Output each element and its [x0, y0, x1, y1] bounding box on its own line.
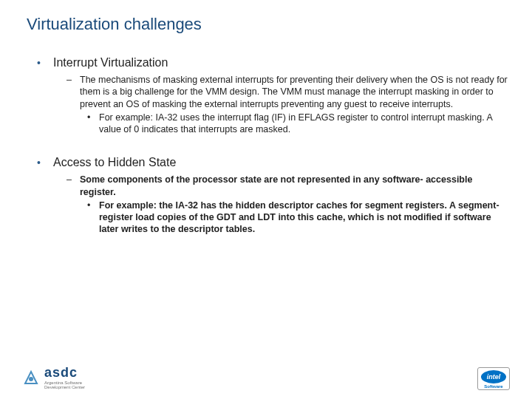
intel-badge: intel Software: [477, 367, 510, 390]
intel-sub: Software: [484, 384, 502, 389]
bullet-heading: Interrupt Virtualization: [53, 56, 168, 69]
asdc-line2: Development Center: [44, 385, 85, 390]
subsub-row: • For example: the IA-32 has the hidden …: [87, 200, 510, 236]
slide-title: Virtualization challenges: [22, 15, 510, 34]
dash-icon: –: [66, 74, 80, 86]
sub-text: Some components of the processor state a…: [80, 174, 510, 198]
bullet-icon: •: [37, 157, 53, 168]
subsub-text: For example: the IA-32 has the hidden de…: [99, 200, 510, 236]
asdc-mark: asdc Argentina Software Development Cent…: [44, 365, 85, 390]
intel-logo-icon: intel: [481, 370, 506, 383]
bullet-row: • Access to Hidden State: [37, 156, 510, 169]
subsub-bullet-icon: •: [87, 200, 99, 211]
bullet-row: • Interrupt Virtualization: [37, 56, 510, 69]
asdc-glyph-icon: [22, 369, 40, 386]
footer: asdc Argentina Software Development Cent…: [22, 365, 510, 390]
asdc-logo: asdc Argentina Software Development Cent…: [22, 365, 85, 390]
bullet-item: • Interrupt Virtualization – The mechani…: [37, 56, 510, 135]
content-area: • Interrupt Virtualization – The mechani…: [22, 56, 510, 236]
sub-row: – The mechanisms of masking external int…: [66, 74, 510, 110]
sub-text: The mechanisms of masking external inter…: [80, 74, 510, 110]
subsub-bullet-icon: •: [87, 112, 99, 123]
bullet-item: • Access to Hidden State – Some componen…: [37, 156, 510, 235]
bullet-icon: •: [37, 57, 53, 69]
subsub-list: • For example: IA-32 uses the interrupt …: [66, 112, 510, 136]
asdc-line1: Argentina Software: [44, 381, 82, 386]
sub-row: – Some components of the processor state…: [66, 174, 510, 198]
intel-brand: intel: [487, 373, 501, 381]
sub-list: – Some components of the processor state…: [37, 174, 510, 235]
subsub-row: • For example: IA-32 uses the interrupt …: [87, 112, 510, 136]
slide: Virtualization challenges • Interrupt Vi…: [0, 0, 532, 399]
asdc-name: asdc: [44, 365, 78, 381]
sub-list: – The mechanisms of masking external int…: [37, 74, 510, 135]
subsub-text: For example: IA-32 uses the interrupt fl…: [99, 112, 510, 136]
svg-point-0: [29, 377, 33, 381]
bullet-heading: Access to Hidden State: [53, 156, 176, 169]
dash-icon: –: [66, 174, 80, 185]
subsub-list: • For example: the IA-32 has the hidden …: [66, 200, 510, 236]
